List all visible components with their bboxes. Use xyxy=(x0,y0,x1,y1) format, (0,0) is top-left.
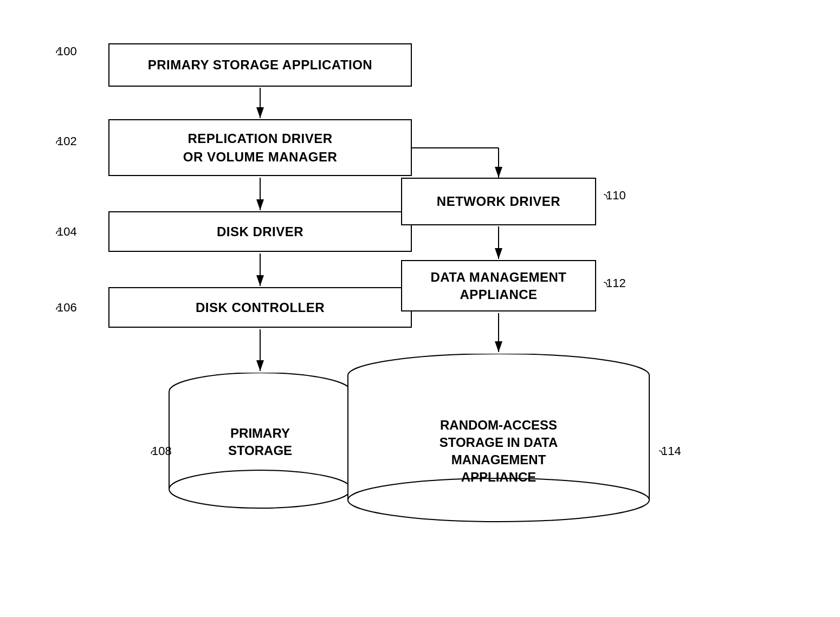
svg-point-13 xyxy=(169,470,351,508)
svg-point-20 xyxy=(348,478,649,522)
disk-controller-box: DISK CONTROLLER xyxy=(108,287,412,328)
network-driver-box: NETWORK DRIVER xyxy=(401,178,596,225)
ref-114-curve xyxy=(658,450,664,456)
svg-text:RANDOM-ACCESS: RANDOM-ACCESS xyxy=(440,418,557,432)
network-driver-label: NETWORK DRIVER xyxy=(437,193,560,210)
ref-106-curve xyxy=(54,306,61,312)
primary-storage-app-label: PRIMARY STORAGE APPLICATION xyxy=(148,56,372,73)
svg-text:STORAGE IN DATA: STORAGE IN DATA xyxy=(440,435,558,450)
diagram: PRIMARY STORAGE APPLICATION 100 REPLICAT… xyxy=(0,0,840,617)
replication-driver-label: REPLICATION DRIVEROR VOLUME MANAGER xyxy=(183,129,338,166)
data-mgmt-appliance-box: DATA MANAGEMENTAPPLIANCE xyxy=(401,260,596,311)
disk-driver-label: DISK DRIVER xyxy=(217,223,303,240)
ref-102-curve xyxy=(54,139,61,146)
ref-110-curve xyxy=(603,193,609,200)
primary-storage-app-box: PRIMARY STORAGE APPLICATION xyxy=(108,43,412,87)
replication-driver-box: REPLICATION DRIVEROR VOLUME MANAGER xyxy=(108,119,412,176)
ref-104-curve xyxy=(54,230,61,236)
svg-text:APPLIANCE: APPLIANCE xyxy=(461,470,537,484)
random-access-storage-cylinder: RANDOM-ACCESS STORAGE IN DATA MANAGEMENT… xyxy=(347,354,650,543)
disk-controller-label: DISK CONTROLLER xyxy=(196,299,325,316)
primary-storage-cylinder: PRIMARY STORAGE xyxy=(168,373,352,524)
ref-100-curve xyxy=(54,49,61,55)
data-mgmt-appliance-label: DATA MANAGEMENTAPPLIANCE xyxy=(430,269,566,302)
ref-112-curve xyxy=(603,281,609,288)
ref-108-curve xyxy=(149,450,156,456)
disk-driver-box: DISK DRIVER xyxy=(108,211,412,252)
svg-text:STORAGE: STORAGE xyxy=(228,443,292,458)
svg-text:PRIMARY: PRIMARY xyxy=(230,426,290,440)
svg-text:MANAGEMENT: MANAGEMENT xyxy=(451,452,546,467)
